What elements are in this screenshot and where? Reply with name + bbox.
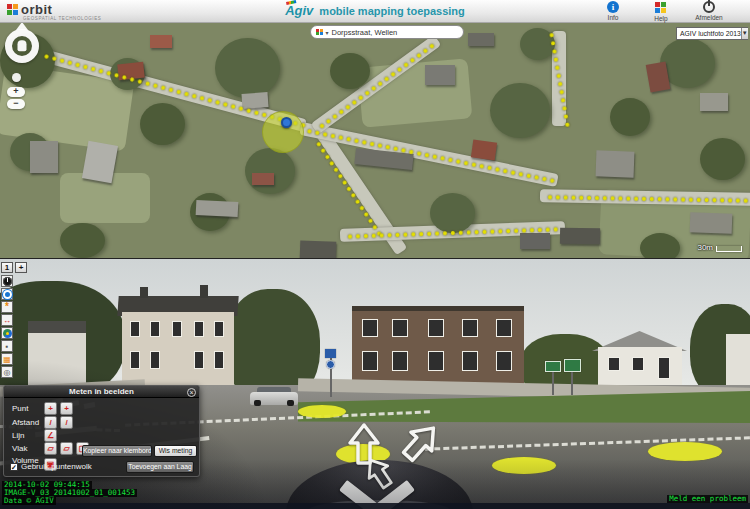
bottom-strip <box>0 503 750 509</box>
grid-icon[interactable]: ▦ <box>1 353 13 365</box>
use-pointcloud-checkbox[interactable]: ✓ Gebruik puntenwolk <box>10 462 92 471</box>
clear-measure-button[interactable]: Wis meting <box>154 445 197 457</box>
lijn-tool-button[interactable]: ∠ <box>44 429 57 442</box>
measure-panel-title[interactable]: Meten in beelden <box>4 386 199 398</box>
afstand-tool-2-button[interactable]: / <box>60 416 73 429</box>
pano-zoom-plus-button[interactable]: + <box>15 262 27 273</box>
afstand-label: Afstand <box>12 418 44 427</box>
close-icon[interactable]: × <box>187 388 196 397</box>
compass-icon[interactable] <box>1 275 13 287</box>
punt-label: Punt <box>12 404 44 413</box>
pan-up-icon[interactable] <box>16 23 28 30</box>
power-icon <box>703 1 715 13</box>
recenter-button[interactable] <box>12 73 21 82</box>
zoom-out-button[interactable]: − <box>7 99 25 109</box>
layer-dropdown-arrow-icon[interactable]: ▼ <box>741 28 748 39</box>
pan-control[interactable] <box>5 29 39 63</box>
agiv-logo: Agiv <box>285 3 313 18</box>
aerial-map[interactable]: ▾ Dorpsstraat, Wellen AGIV luchtfoto 201… <box>0 23 750 258</box>
orbit-logo: orbit GEOSPATIAL TECHNOLOGIES <box>7 2 101 21</box>
search-box[interactable]: ▾ Dorpsstraat, Wellen <box>310 25 464 39</box>
copy-clipboard-button[interactable]: Kopieer naar klembord <box>82 445 152 457</box>
pano-scale-1-button[interactable]: 1 <box>1 262 13 273</box>
lijn-label: Lijn <box>12 431 44 440</box>
arrow-back-left-icon <box>361 454 397 491</box>
vlak-tool-2-button[interactable]: ▱ <box>60 442 73 455</box>
pano-toolbar: 1 + * ↔ ▪ ▦ ◎ <box>1 262 27 379</box>
checkbox-label: Gebruik puntenwolk <box>21 462 92 471</box>
help-icon <box>655 2 667 14</box>
logout-button[interactable]: Afmelden <box>692 1 726 22</box>
status-copyright: Data © AGIV <box>2 497 56 505</box>
app-title-block: Agiv mobile mapping toepassing <box>285 3 465 18</box>
hand-pan-icon <box>18 40 27 51</box>
page-title: mobile mapping toepassing <box>319 5 464 17</box>
vlak-tool-1-button[interactable]: ▱ <box>44 442 57 455</box>
zoom-in-button[interactable]: + <box>7 87 25 97</box>
info-button[interactable]: i Info <box>596 1 630 22</box>
layer-select[interactable]: AGIV luchtfoto 2013 ▼ <box>676 27 748 40</box>
punt-tool-1-button[interactable]: + <box>44 402 57 415</box>
arrow-forward-right-icon <box>398 419 444 466</box>
search-input[interactable]: Dorpsstraat, Wellen <box>332 28 398 37</box>
map-scale: 30m <box>697 243 742 252</box>
target-icon[interactable]: ◎ <box>1 366 13 378</box>
app-header: orbit GEOSPATIAL TECHNOLOGIES Agiv mobil… <box>0 0 750 23</box>
report-problem-link[interactable]: Meld een probleem <box>667 495 748 503</box>
move-arrows-icon[interactable]: ↔ <box>1 314 13 326</box>
scale-bar <box>716 246 742 252</box>
world-icon[interactable] <box>1 327 13 339</box>
vehicle <box>250 387 298 405</box>
search-provider-icon <box>316 29 323 36</box>
street-panorama[interactable]: 1 + * ↔ ▪ ▦ ◎ Meten in beelden × Punt + … <box>0 258 750 509</box>
observer-position-icon[interactable] <box>1 288 13 300</box>
info-icon: i <box>607 1 619 13</box>
checkbox-check-icon: ✓ <box>10 463 18 471</box>
arrow-forward-icon <box>350 425 378 463</box>
navigation-arrows[interactable] <box>328 419 468 491</box>
scale-label: 30m <box>697 243 713 252</box>
brand-name: orbit <box>21 2 52 17</box>
center-point-icon[interactable]: ▪ <box>1 340 13 352</box>
orbit-logo-icon <box>7 4 18 15</box>
chevron-down-icon[interactable]: ▾ <box>326 29 329 36</box>
position-marker[interactable] <box>281 117 292 128</box>
layer-select-value: AGIV luchtfoto 2013 <box>677 30 741 37</box>
add-to-layer-button[interactable]: Toevoegen aan Laag <box>126 461 194 473</box>
mobile-mapping-app: orbit GEOSPATIAL TECHNOLOGIES Agiv mobil… <box>0 0 750 509</box>
brand-tagline: GEOSPATIAL TECHNOLOGIES <box>23 16 101 21</box>
highlight-icon[interactable]: * <box>1 301 13 313</box>
afstand-tool-1-button[interactable]: / <box>44 416 57 429</box>
measure-panel: Meten in beelden × Punt + + Afstand / / … <box>3 385 200 477</box>
help-button[interactable]: Help <box>644 1 678 22</box>
punt-tool-2-button[interactable]: + <box>60 402 73 415</box>
